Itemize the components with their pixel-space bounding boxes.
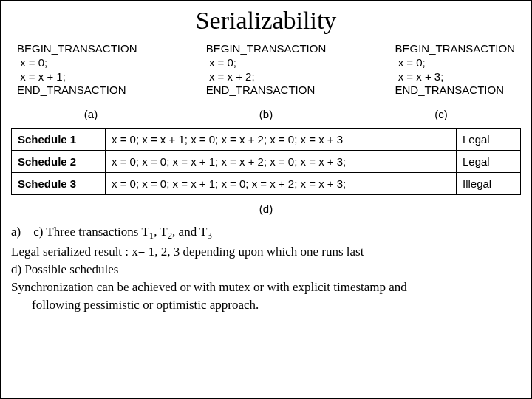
schedule-ops: x = 0; x = 0; x = x + 1; x = x + 2; x = …: [106, 151, 457, 173]
schedule-verdict: Illegal: [457, 173, 521, 195]
label-d: (d): [11, 202, 521, 215]
table-row: Schedule 2 x = 0; x = 0; x = x + 1; x = …: [12, 151, 521, 173]
page-title: Serializability: [11, 7, 521, 35]
text: , and T: [172, 225, 207, 239]
schedule-name: Schedule 2: [12, 151, 106, 173]
text: a) – c) Three transactions T: [11, 225, 149, 239]
transactions-row: BEGIN_TRANSACTION x = 0; x = x + 1; END_…: [11, 42, 521, 98]
table-row: Schedule 3 x = 0; x = 0; x = x + 1; x = …: [12, 173, 521, 195]
label-a: (a): [17, 108, 165, 120]
schedule-verdict: Legal: [457, 151, 521, 173]
transaction-labels: (a) (b) (c): [11, 108, 521, 120]
subscript: 3: [207, 231, 211, 241]
slide: Serializability BEGIN_TRANSACTION x = 0;…: [0, 0, 532, 399]
label-b: (b): [192, 108, 340, 120]
text: , T: [154, 225, 168, 239]
transaction-a: BEGIN_TRANSACTION x = 0; x = x + 1; END_…: [17, 42, 137, 98]
notes-line-1: a) – c) Three transactions T1, T2, and T…: [11, 224, 521, 242]
notes-line-2: Legal serialized result : x= 1, 2, 3 dep…: [11, 244, 521, 260]
notes: a) – c) Three transactions T1, T2, and T…: [11, 224, 521, 313]
schedule-verdict: Legal: [457, 129, 521, 151]
transaction-b: BEGIN_TRANSACTION x = 0; x = x + 2; END_…: [206, 42, 327, 98]
schedule-name: Schedule 1: [12, 129, 106, 151]
schedule-ops: x = 0; x = x + 1; x = 0; x = x + 2; x = …: [106, 129, 457, 151]
table-row: Schedule 1 x = 0; x = x + 1; x = 0; x = …: [12, 129, 521, 151]
transaction-c: BEGIN_TRANSACTION x = 0; x = x + 3; END_…: [395, 42, 515, 98]
label-c: (c): [367, 108, 515, 120]
notes-line-3: d) Possible schedules: [11, 262, 521, 278]
notes-line-5: following pessimistic or optimistic appr…: [11, 297, 521, 313]
schedules-table: Schedule 1 x = 0; x = x + 1; x = 0; x = …: [11, 128, 521, 195]
schedule-name: Schedule 3: [12, 173, 106, 195]
notes-line-4: Synchronization can be achieved or with …: [11, 279, 521, 296]
schedule-ops: x = 0; x = 0; x = x + 1; x = 0; x = x + …: [106, 173, 457, 195]
